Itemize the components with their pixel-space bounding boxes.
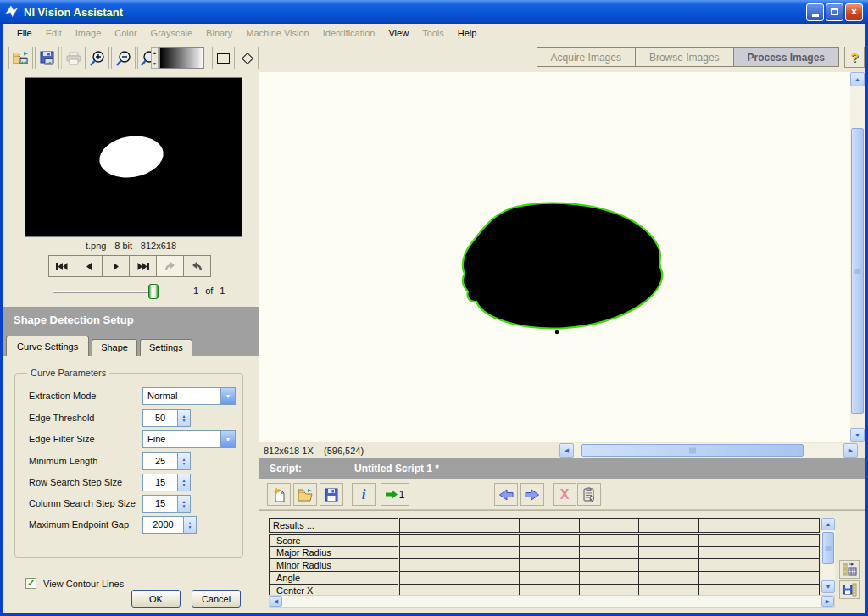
- scroll-down-icon[interactable]: ▼: [850, 428, 865, 442]
- delete-step-button[interactable]: X: [553, 483, 576, 506]
- column-search-step-input[interactable]: 15 ▲▼: [142, 495, 191, 513]
- main-image-canvas[interactable]: [259, 72, 850, 442]
- scroll-up-icon[interactable]: ▲: [850, 72, 865, 86]
- image-nav-bar: [48, 255, 211, 277]
- spinner-arrows-icon[interactable]: ▲▼: [177, 410, 190, 426]
- row-label-angle: Angle: [270, 572, 399, 585]
- image-index-slider[interactable]: 1 of 1: [53, 284, 248, 299]
- scroll-up-icon[interactable]: ▲: [821, 518, 835, 530]
- spinner-arrows-icon[interactable]: ▲▼: [177, 496, 190, 512]
- menu-view[interactable]: View: [381, 25, 415, 41]
- save-image-button[interactable]: [35, 47, 59, 69]
- close-button[interactable]: ×: [845, 3, 863, 21]
- result-cell: [579, 572, 639, 585]
- rect-tool-button[interactable]: [212, 47, 235, 69]
- extraction-mode-select[interactable]: Normal ▼: [142, 387, 236, 405]
- menu-file[interactable]: File: [10, 25, 39, 41]
- results-vscrollbar[interactable]: ▲ ▼: [821, 518, 835, 593]
- browse-images-button[interactable]: Browse Images: [636, 47, 734, 67]
- result-cell: [399, 559, 459, 572]
- scroll-down-icon[interactable]: ▼: [821, 580, 835, 593]
- max-endpoint-gap-value: 2000: [143, 517, 183, 533]
- spinner-arrows-icon[interactable]: ▲▼: [177, 453, 190, 469]
- results-hscrollbar[interactable]: ◀ ▶: [269, 595, 835, 608]
- minimize-button[interactable]: [806, 3, 824, 21]
- thumbnail-blob: [25, 78, 242, 236]
- run-arrow-icon: [386, 490, 398, 499]
- tab-shape[interactable]: Shape: [92, 339, 137, 356]
- maximize-icon: [831, 8, 838, 15]
- scroll-left-icon[interactable]: ◀: [559, 443, 574, 458]
- step-back-button[interactable]: [494, 483, 518, 506]
- canvas-hscroll-thumb[interactable]: [581, 444, 804, 457]
- edge-threshold-input[interactable]: 50 ▲▼: [142, 409, 191, 427]
- max-endpoint-gap-input[interactable]: 2000 ▲▼: [142, 516, 197, 534]
- undo-arrow-icon: [164, 261, 176, 271]
- spinner-arrows-icon[interactable]: ▲▼: [183, 517, 196, 533]
- nav-first-button[interactable]: [48, 255, 75, 277]
- zoom-in-button[interactable]: [85, 47, 109, 69]
- send-to-table-button[interactable]: [839, 560, 860, 579]
- slider-track[interactable]: [53, 291, 159, 293]
- process-images-button[interactable]: Process Images: [734, 47, 839, 67]
- diamond-icon: [241, 52, 253, 64]
- result-cell: [639, 534, 699, 547]
- page-total: 1: [220, 286, 225, 296]
- arrow-right-icon: [525, 489, 540, 501]
- scroll-left-icon[interactable]: ◀: [270, 596, 282, 607]
- acquire-images-button[interactable]: Acquire Images: [537, 47, 636, 67]
- help-button[interactable]: ?: [844, 47, 865, 68]
- palette-spinner[interactable]: ▲▼: [151, 47, 159, 69]
- view-contour-checkbox[interactable]: ✓: [25, 578, 36, 589]
- canvas-vscrollbar[interactable]: ▲ ▼: [850, 72, 865, 442]
- result-cell: [699, 519, 760, 534]
- step-forward-button[interactable]: [520, 483, 544, 506]
- zoom-out-button[interactable]: [111, 47, 136, 69]
- save-script-button[interactable]: [320, 483, 343, 506]
- zoom-in-icon: [89, 50, 106, 67]
- nav-last-button[interactable]: [130, 255, 157, 277]
- mode-switcher: Acquire Images Browse Images Process Ima…: [537, 47, 839, 67]
- print-button: [61, 47, 86, 69]
- chevron-down-icon[interactable]: ▼: [220, 431, 235, 447]
- redo-button[interactable]: [184, 255, 211, 277]
- minimize-icon: [812, 14, 819, 17]
- tab-settings[interactable]: Settings: [140, 339, 192, 356]
- chevron-down-icon[interactable]: ▼: [220, 388, 235, 404]
- cancel-button[interactable]: Cancel: [192, 590, 241, 608]
- tab-curve-settings[interactable]: Curve Settings: [6, 336, 89, 356]
- canvas-hscrollbar[interactable]: ◀ ▶: [559, 443, 858, 458]
- edge-filter-size-select[interactable]: Fine ▼: [142, 430, 236, 448]
- maximize-button[interactable]: [826, 3, 843, 21]
- menu-help[interactable]: Help: [451, 25, 484, 41]
- thumbnail-image[interactable]: [25, 77, 242, 237]
- scroll-right-icon[interactable]: ▶: [843, 443, 858, 458]
- minimum-length-input[interactable]: 25 ▲▼: [142, 452, 191, 470]
- diamond-tool-button[interactable]: [236, 47, 259, 69]
- ok-button[interactable]: OK: [131, 590, 181, 608]
- new-script-button[interactable]: [267, 483, 291, 506]
- arrow-left-icon: [498, 489, 514, 501]
- slider-thumb[interactable]: [148, 284, 159, 299]
- result-cell: [699, 559, 760, 572]
- nav-next-button[interactable]: [103, 255, 130, 277]
- open-image-button[interactable]: [8, 47, 33, 69]
- results-header-cell[interactable]: Results ...: [270, 519, 399, 534]
- open-script-button[interactable]: [293, 483, 317, 506]
- row-search-step-input[interactable]: 15 ▲▼: [142, 474, 191, 491]
- row-label-minor-radius: Minor Radius: [270, 559, 399, 572]
- script-info-button[interactable]: i: [352, 483, 376, 506]
- menu-color: Color: [108, 25, 143, 41]
- image-caption: t.png - 8 bit - 812x618: [3, 241, 259, 251]
- scroll-right-icon[interactable]: ▶: [821, 596, 834, 607]
- spinner-arrows-icon[interactable]: ▲▼: [177, 474, 190, 491]
- save-results-button[interactable]: [839, 580, 860, 599]
- canvas-vscroll-thumb[interactable]: [851, 128, 864, 414]
- nav-prev-button[interactable]: [75, 255, 103, 277]
- close-icon: ×: [851, 6, 857, 18]
- results-vscroll-thumb[interactable]: [822, 532, 834, 564]
- result-cell: [760, 572, 820, 585]
- edit-step-button[interactable]: [577, 483, 601, 506]
- run-once-button[interactable]: 1: [381, 483, 409, 506]
- result-cell: [519, 519, 579, 534]
